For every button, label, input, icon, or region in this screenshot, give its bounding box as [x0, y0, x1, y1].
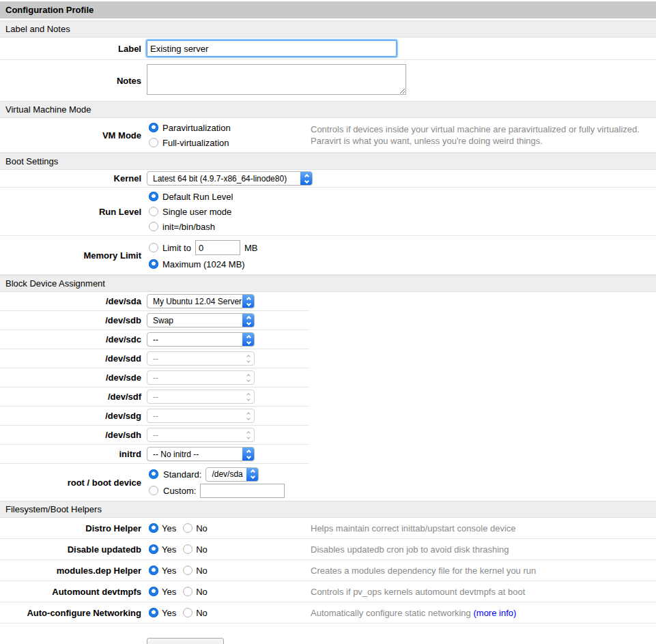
radio-full-virtualization-icon[interactable]	[149, 138, 158, 147]
form-row-dev-sde: /dev/sde --	[0, 368, 309, 387]
initrd-label: initrd	[0, 449, 141, 459]
form-row-run-level: Run Level Default Run Level Single user …	[0, 188, 656, 236]
modules-dep-help-text: Creates a modules dependency file for th…	[311, 565, 536, 576]
radio-maximum-icon[interactable]	[149, 259, 158, 269]
form-row-distro-helper: Distro Helper Yes No Helps maintain corr…	[0, 518, 656, 539]
no-option-label[interactable]: No	[196, 587, 208, 597]
dev-sda-select[interactable]: My Ubuntu 12.04 Server	[147, 294, 255, 308]
save-changes-button[interactable]: Save Changes	[147, 638, 224, 644]
dev-sdb-select[interactable]: Swap	[147, 313, 255, 327]
root-device-select-value: /dev/sda	[212, 469, 242, 479]
form-row-auto-configure-networking: Auto-configure Networking Yes No Automat…	[0, 602, 656, 624]
form-row-label: Label	[0, 38, 656, 60]
radio-distro-helper-no-icon[interactable]	[183, 523, 192, 533]
form-row-disable-updatedb: Disable updatedb Yes No Disables updated…	[0, 539, 656, 560]
no-option-label[interactable]: No	[196, 544, 208, 555]
radio-modules-dep-yes-icon[interactable]	[149, 566, 158, 575]
paravirtualization-option-label[interactable]: Paravirtualization	[162, 123, 231, 133]
form-row-automount-devtmpfs: Automount devtmpfs Yes No Controls if pv…	[0, 581, 656, 602]
auto-configure-networking-help-text: Automatically configure static networkin…	[311, 607, 516, 619]
root-boot-device-label: root / boot device	[0, 478, 141, 488]
radio-default-run-level-icon[interactable]	[149, 192, 158, 201]
radio-disable-updatedb-no-icon[interactable]	[183, 544, 192, 554]
configuration-profile-page: Configuration Profile Label and Notes La…	[0, 0, 656, 644]
radio-automount-no-icon[interactable]	[183, 587, 192, 596]
section-boot-settings: Boot Settings	[0, 153, 656, 170]
select-stepper-icon	[242, 370, 255, 385]
root-device-select[interactable]: /dev/sda	[205, 467, 259, 482]
radio-single-user-mode-icon[interactable]	[149, 207, 158, 216]
dev-sdd-select: --	[147, 351, 255, 366]
yes-option-label[interactable]: Yes	[162, 608, 176, 618]
single-user-mode-option-label[interactable]: Single user mode	[162, 207, 231, 217]
default-run-level-option-label[interactable]: Default Run Level	[162, 192, 233, 202]
dev-sda-label: /dev/sda	[0, 296, 141, 306]
radio-networking-no-icon[interactable]	[183, 608, 192, 617]
run-level-option-init-bash[interactable]: init=/bin/bash	[147, 219, 311, 234]
yes-option-label[interactable]: Yes	[162, 523, 176, 533]
root-device-option-custom[interactable]: Custom:	[147, 482, 311, 499]
no-option-label[interactable]: No	[196, 566, 208, 576]
radio-init-bash-icon[interactable]	[149, 222, 158, 231]
form-row-dev-sdd: /dev/sdd --	[0, 349, 309, 368]
more-info-link[interactable]: (more info)	[473, 608, 516, 618]
dev-sdb-select-value: Swap	[153, 316, 173, 325]
dev-sda-select-value: My Ubuntu 12.04 Server	[153, 297, 242, 306]
vm-mode-help-text: Controls if devices inside your virtual …	[311, 123, 640, 147]
radio-custom-icon[interactable]	[149, 486, 158, 495]
radio-automount-yes-icon[interactable]	[149, 587, 158, 596]
radio-modules-dep-no-icon[interactable]	[183, 566, 192, 575]
yes-option-label[interactable]: Yes	[162, 566, 176, 576]
dev-sdd-label: /dev/sdd	[0, 353, 141, 364]
standard-option-label[interactable]: Standard:	[163, 469, 201, 480]
memory-limit-input[interactable]	[195, 240, 240, 255]
initrd-select[interactable]: -- No initrd --	[147, 447, 255, 461]
radio-paravirtualization-icon[interactable]	[149, 123, 158, 132]
radio-networking-yes-icon[interactable]	[149, 608, 158, 617]
dev-sdc-select[interactable]: --	[147, 332, 255, 347]
notes-textarea[interactable]	[147, 64, 406, 95]
select-stepper-icon	[242, 428, 255, 442]
maximum-option-label[interactable]: Maximum (1024 MB)	[162, 259, 245, 269]
yes-option-label[interactable]: Yes	[162, 544, 176, 555]
networking-help-text: Automatically configure static networkin…	[311, 608, 471, 618]
vm-mode-help-line-1: Controls if devices inside your virtual …	[311, 123, 640, 135]
init-bash-option-label[interactable]: init=/bin/bash	[162, 222, 215, 232]
label-input[interactable]	[147, 40, 397, 57]
custom-option-label[interactable]: Custom:	[163, 486, 196, 496]
vm-mode-help-line-2: Paravirt is what you want, unless you're…	[311, 135, 640, 147]
run-level-option-single-user[interactable]: Single user mode	[147, 204, 311, 219]
radio-standard-icon[interactable]	[149, 469, 158, 479]
no-option-label[interactable]: No	[196, 523, 208, 533]
initrd-select-value: -- No initrd --	[153, 450, 199, 459]
form-row-dev-sdh: /dev/sdh --	[0, 426, 309, 445]
form-row-vm-mode: VM Mode Paravirtualization Full-virtuali…	[0, 118, 656, 153]
automount-devtmpfs-help-text: Controls if pv_ops kernels automount dev…	[311, 586, 525, 598]
radio-limit-to-icon[interactable]	[149, 243, 158, 252]
run-level-option-default[interactable]: Default Run Level	[147, 189, 311, 204]
dev-sdb-label: /dev/sdb	[0, 315, 141, 325]
radio-distro-helper-yes-icon[interactable]	[149, 523, 158, 533]
limit-to-option-label[interactable]: Limit to	[162, 243, 191, 253]
dev-sdf-select-value: --	[153, 392, 158, 402]
form-row-notes: Notes	[0, 60, 656, 101]
run-level-label: Run Level	[0, 207, 141, 217]
yes-option-label[interactable]: Yes	[162, 587, 176, 597]
form-row-dev-sdc: /dev/sdc --	[0, 330, 309, 349]
radio-disable-updatedb-yes-icon[interactable]	[149, 544, 158, 554]
root-device-option-standard[interactable]: Standard: /dev/sda	[147, 466, 311, 482]
kernel-select[interactable]: Latest 64 bit (4.9.7-x86_64-linode80)	[147, 171, 313, 186]
no-option-label[interactable]: No	[196, 608, 208, 618]
custom-root-device-input[interactable]	[200, 484, 285, 498]
memory-limit-option-maximum[interactable]: Maximum (1024 MB)	[147, 257, 311, 272]
vm-mode-option-full-virtualization[interactable]: Full-virtualization	[147, 135, 311, 150]
vm-mode-label: VM Mode	[0, 130, 141, 141]
form-row-root-boot-device: root / boot device Standard: /dev/sda Cu…	[0, 464, 309, 501]
modules-dep-helper-label: modules.dep Helper	[0, 566, 141, 576]
memory-limit-option-limit-to[interactable]: Limit to MB	[147, 239, 311, 257]
vm-mode-option-paravirtualization[interactable]: Paravirtualization	[147, 120, 311, 135]
full-virtualization-option-label[interactable]: Full-virtualization	[162, 138, 229, 148]
form-footer: Save Changes	[147, 638, 656, 644]
memory-limit-label: Memory Limit	[0, 250, 141, 261]
distro-helper-help-text: Helps maintain correct inittab/upstart c…	[311, 523, 516, 534]
